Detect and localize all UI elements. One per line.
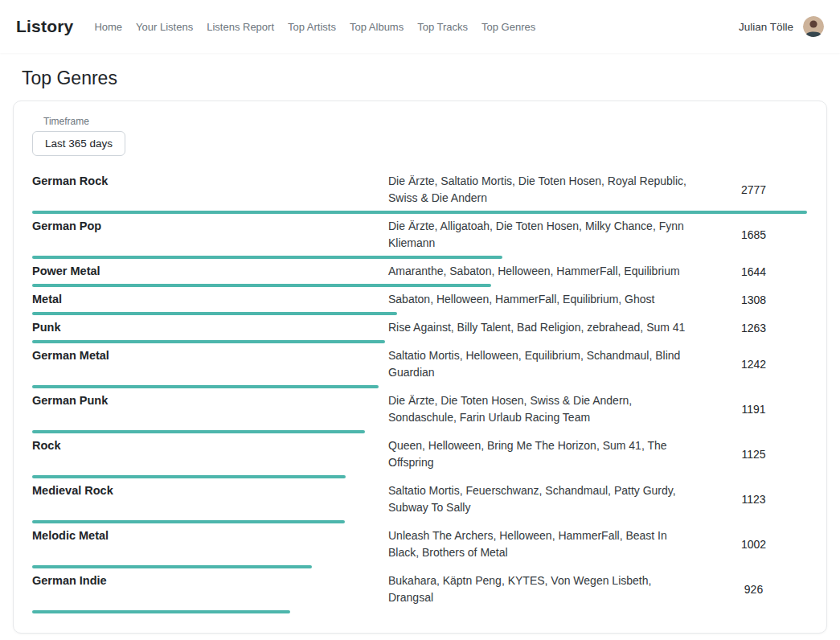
genre-listen-count: 1685 (699, 228, 808, 241)
genre-top-artists: Rise Against, Billy Talent, Bad Religion… (388, 319, 699, 336)
genre-listen-count: 1002 (699, 538, 808, 551)
genre-top-artists: Amaranthe, Sabaton, Helloween, HammerFal… (388, 263, 699, 280)
genre-name: Power Metal (32, 263, 388, 280)
genre-name: Melodic Metal (32, 527, 388, 544)
user-avatar-icon (803, 16, 824, 37)
genre-top-artists: Sabaton, Helloween, HammerFall, Equilibr… (388, 291, 699, 308)
navbar: Listory Home Your Listens Listens Report… (0, 0, 840, 53)
timeframe-select[interactable]: Last 365 days (32, 131, 125, 156)
nav-item-your-listens[interactable]: Your Listens (136, 21, 193, 33)
genre-name: German Punk (32, 392, 388, 409)
genre-row: Melodic Metal Unleash The Archers, Hello… (32, 523, 807, 568)
user-avatar[interactable] (803, 16, 824, 37)
genre-listen-count: 2777 (699, 183, 808, 196)
genre-row: German Rock Die Ärzte, Saltatio Mortis, … (32, 169, 807, 214)
navbar-user-area: Julian Tölle (739, 16, 824, 37)
genre-top-artists: Die Ärzte, Saltatio Mortis, Die Toten Ho… (388, 173, 699, 207)
genre-top-artists: Die Ärzte, Die Toten Hosen, Swiss & Die … (388, 392, 699, 426)
genre-list: German Rock Die Ärzte, Saltatio Mortis, … (32, 169, 807, 613)
genre-top-artists: Die Ärzte, Alligatoah, Die Toten Hosen, … (388, 218, 699, 252)
timeframe-label: Timeframe (43, 116, 807, 127)
nav-item-top-tracks[interactable]: Top Tracks (417, 21, 468, 33)
genre-top-artists: Saltatio Mortis, Helloween, Equilibrium,… (388, 347, 699, 381)
genre-listen-count: 1125 (699, 448, 808, 461)
genre-listen-count: 1308 (699, 293, 808, 306)
genre-name: German Pop (32, 218, 388, 235)
user-name[interactable]: Julian Tölle (739, 21, 793, 33)
genre-listen-count: 1644 (699, 265, 808, 278)
genre-row: Rock Queen, Helloween, Bring Me The Hori… (32, 433, 807, 478)
nav-item-top-genres[interactable]: Top Genres (481, 21, 535, 33)
genre-name: Medieval Rock (32, 482, 388, 499)
genre-row: Punk Rise Against, Billy Talent, Bad Rel… (32, 315, 807, 343)
genre-row: German Metal Saltatio Mortis, Helloween,… (32, 343, 807, 388)
genre-listen-count: 1263 (699, 322, 808, 334)
genre-listen-count: 1191 (699, 403, 808, 416)
nav-item-top-albums[interactable]: Top Albums (350, 21, 404, 33)
genre-row: Metal Sabaton, Helloween, HammerFall, Eq… (32, 287, 807, 315)
page-title: Top Genres (22, 68, 827, 89)
genre-name: Punk (32, 319, 388, 336)
genre-row: Medieval Rock Saltatio Mortis, Feuerschw… (32, 478, 807, 523)
genre-row: Power Metal Amaranthe, Sabaton, Hellowee… (32, 259, 807, 287)
nav-item-home[interactable]: Home (94, 21, 122, 33)
genre-row: German Pop Die Ärzte, Alligatoah, Die To… (32, 214, 807, 259)
genre-row: German Punk Die Ärzte, Die Toten Hosen, … (32, 388, 807, 433)
genre-top-artists: Saltatio Mortis, Feuerschwanz, Schandmau… (388, 482, 699, 516)
main-nav: Home Your Listens Listens Report Top Art… (94, 21, 535, 33)
genre-name: Rock (32, 437, 388, 454)
nav-item-listens-report[interactable]: Listens Report (207, 21, 274, 33)
genre-listen-count: 926 (699, 583, 808, 596)
top-genres-card: Timeframe Last 365 days German Rock Die … (13, 101, 827, 634)
timeframe-filter: Timeframe Last 365 days (40, 116, 807, 156)
genre-row: German Indie Bukahara, Käptn Peng, KYTES… (32, 568, 807, 613)
genre-name: German Rock (32, 173, 388, 190)
app-logo[interactable]: Listory (16, 17, 73, 36)
genre-top-artists: Queen, Helloween, Bring Me The Horizon, … (388, 437, 699, 471)
main-content: Top Genres Timeframe Last 365 days Germa… (0, 68, 840, 634)
genre-top-artists: Bukahara, Käptn Peng, KYTES, Von Wegen L… (388, 572, 699, 606)
genre-progress-bar (32, 610, 290, 613)
genre-listen-count: 1123 (699, 493, 808, 506)
genre-listen-count: 1242 (699, 358, 808, 371)
genre-name: German Indie (32, 572, 388, 589)
genre-top-artists: Unleash The Archers, Helloween, HammerFa… (388, 527, 699, 561)
genre-name: German Metal (32, 347, 388, 364)
nav-item-top-artists[interactable]: Top Artists (288, 21, 336, 33)
genre-name: Metal (32, 291, 388, 308)
